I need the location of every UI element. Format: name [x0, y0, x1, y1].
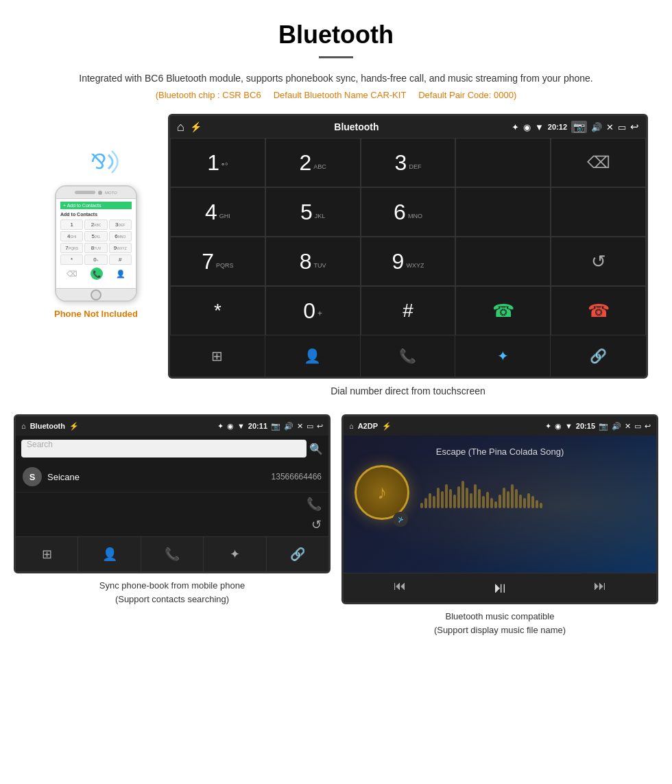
music-win-icon[interactable]: ▭ [634, 422, 641, 431]
dial-backspace[interactable]: ⌫ [551, 138, 646, 187]
bt-name-info: Default Bluetooth Name CAR-KIT [274, 90, 406, 100]
dial-key-8[interactable]: 8TUV [265, 237, 361, 286]
dial-empty-2 [455, 187, 551, 237]
car-btn-contacts[interactable]: 👤 [265, 335, 361, 377]
camera-icon-status[interactable]: 📷 [571, 121, 587, 133]
phone-body: MOTO + Add to Contacts Add to Contacts 1… [55, 185, 137, 302]
pb-search-box[interactable]: Search [21, 440, 307, 458]
car-btn-grid[interactable]: ⊞ [170, 335, 265, 377]
dial-key-7[interactable]: 7PQRS [170, 237, 265, 286]
back-icon-status[interactable]: ↩ [630, 121, 639, 133]
dial-key-4[interactable]: 4GHI [170, 187, 265, 237]
music-next-btn[interactable]: ⏭ [594, 579, 606, 597]
music-status-bar: ⌂ A2DP ⚡ ✦ ◉ ▼ 20:15 📷 🔊 ✕ ▭ ↩ [344, 416, 656, 436]
car-usb-icon: ⚡ [190, 121, 202, 132]
dial-key-9[interactable]: 9WXYZ [361, 237, 456, 286]
pb-btn-grid[interactable]: ⊞ [16, 537, 78, 571]
music-waveform [420, 481, 542, 508]
pb-status-bar: ⌂ Bluetooth ⚡ ✦ ◉ ▼ 20:11 📷 🔊 ✕ ▭ ↩ [16, 416, 328, 436]
dial-key-star[interactable]: * [170, 286, 265, 335]
pb-bottom-bar: ⊞ 👤 📞 ✦ 🔗 [16, 536, 328, 571]
music-vol-icon[interactable]: 🔊 [612, 422, 621, 431]
pb-win-icon[interactable]: ▭ [307, 422, 313, 431]
bottom-row: ⌂ Bluetooth ⚡ ✦ ◉ ▼ 20:11 📷 🔊 ✕ ▭ ↩ [14, 414, 658, 637]
pb-search-icon[interactable]: 🔍 [309, 442, 323, 455]
music-back-icon[interactable]: ↩ [645, 422, 651, 431]
pb-cam-icon[interactable]: 📷 [271, 422, 280, 431]
pb-back-icon[interactable]: ↩ [317, 422, 323, 431]
pb-btn-link[interactable]: 🔗 [267, 537, 328, 571]
car-dialpad-grid: 1ᵒ° 2ABC 3DEF ⌫ 4GHI 5JKL [170, 138, 646, 377]
music-controls: ⏮ ⏯ ⏭ [344, 573, 656, 602]
close-icon-status[interactable]: ✕ [606, 122, 614, 132]
car-status-right: ✦ ◉ ▼ 20:12 📷 🔊 ✕ ▭ ↩ [512, 121, 639, 133]
pb-btn-call[interactable]: 📞 [141, 537, 204, 571]
dial-key-5[interactable]: 5JKL [265, 187, 361, 237]
pb-sync-icon-right[interactable]: ↺ [311, 517, 322, 532]
bluetooth-info: (Bluetooth chip : CSR BC6 Default Blueto… [0, 90, 672, 100]
pb-usb-icon: ⚡ [69, 422, 79, 431]
car-btn-chain[interactable]: 🔗 [551, 335, 646, 377]
music-x-icon[interactable]: ✕ [625, 422, 631, 431]
dial-call-red[interactable]: ☎ [551, 286, 646, 335]
dial-call-green[interactable]: ☎ [455, 286, 551, 335]
car-home-icon[interactable]: ⌂ [177, 120, 184, 134]
pb-contact-row[interactable]: S Seicane 13566664466 [16, 462, 328, 492]
pb-home-icon[interactable]: ⌂ [21, 422, 26, 430]
music-screenshot: ⌂ A2DP ⚡ ✦ ◉ ▼ 20:15 📷 🔊 ✕ ▭ ↩ [341, 414, 658, 637]
dial-key-6[interactable]: 6MNO [361, 187, 456, 237]
phone-not-included-label: Phone Not Included [54, 309, 138, 319]
music-content-area: Escape (The Pina Colada Song) ♪ ⊁ [344, 436, 656, 573]
pb-contact-number: 13566664466 [272, 472, 322, 482]
pb-search-row: Search 🔍 [16, 436, 328, 462]
phonebook-caption: Sync phone-book from mobile phone (Suppo… [99, 579, 245, 606]
music-usb-icon: ⚡ [382, 422, 392, 431]
pb-wifi-icon: ▼ [237, 422, 245, 430]
phonebook-screen: ⌂ Bluetooth ⚡ ✦ ◉ ▼ 20:11 📷 🔊 ✕ ▭ ↩ [14, 414, 331, 573]
dial-key-hash[interactable]: # [361, 286, 456, 335]
dial-key-0[interactable]: 0+ [265, 286, 361, 335]
music-wifi-icon: ▼ [565, 422, 573, 430]
music-screen-title: A2DP [358, 422, 378, 430]
window-icon-status[interactable]: ▭ [618, 122, 626, 132]
pb-call-icon-right[interactable]: 📞 [307, 497, 322, 512]
pb-screen-title: Bluetooth [30, 422, 65, 430]
music-loc-icon: ◉ [555, 422, 562, 431]
dial-key-3[interactable]: 3DEF [361, 138, 456, 187]
car-screen-title: Bluetooth [334, 121, 379, 132]
car-status-bar: ⌂ ⚡ Bluetooth ✦ ◉ ▼ 20:12 📷 🔊 ✕ ▭ ↩ [170, 116, 646, 138]
music-song-title: Escape (The Pina Colada Song) [436, 447, 564, 457]
dial-empty-1 [455, 138, 551, 187]
dial-key-2[interactable]: 2ABC [265, 138, 361, 187]
car-btn-phone[interactable]: 📞 [361, 335, 456, 377]
pb-x-icon[interactable]: ✕ [297, 422, 303, 431]
car-dialpad-screen: ⌂ ⚡ Bluetooth ✦ ◉ ▼ 20:12 📷 🔊 ✕ ▭ ↩ [168, 114, 648, 379]
dial-key-1[interactable]: 1ᵒ° [170, 138, 265, 187]
dial-redial[interactable]: ↺ [551, 237, 646, 286]
pb-btn-person[interactable]: 👤 [78, 537, 141, 571]
music-screen-wrapper: ⌂ A2DP ⚡ ✦ ◉ ▼ 20:15 📷 🔊 ✕ ▭ ↩ [341, 414, 658, 604]
music-bt-icon: ✦ [545, 422, 551, 431]
dial-empty-4 [455, 237, 551, 286]
pb-search-placeholder: Search [27, 440, 53, 449]
music-home-icon[interactable]: ⌂ [349, 422, 354, 430]
music-prev-btn[interactable]: ⏮ [394, 579, 406, 597]
dial-caption: Dial number direct from touchscreen [168, 385, 648, 396]
volume-icon-status[interactable]: 🔊 [591, 122, 602, 132]
wifi-icon-status: ▼ [535, 122, 544, 132]
album-art: ♪ ⊁ [355, 465, 409, 528]
bluetooth-wave-icon: ⅋ [69, 141, 123, 182]
music-time: 20:15 [576, 422, 595, 430]
bt-icon-status: ✦ [512, 122, 519, 132]
phonebook-caption-line1: Sync phone-book from mobile phone [99, 580, 245, 591]
gps-icon-status: ◉ [523, 122, 531, 132]
pb-btn-bt[interactable]: ✦ [204, 537, 266, 571]
music-caption-line1: Bluetooth music compatible [446, 611, 555, 621]
music-note-icon: ♪ [377, 482, 387, 503]
car-btn-bluetooth[interactable]: ✦ [455, 335, 551, 377]
page-title: Bluetooth [0, 0, 672, 56]
music-play-btn[interactable]: ⏯ [492, 579, 507, 597]
music-cam-icon[interactable]: 📷 [599, 422, 608, 431]
dial-empty-3 [551, 187, 646, 237]
pb-vol-icon[interactable]: 🔊 [284, 422, 293, 431]
